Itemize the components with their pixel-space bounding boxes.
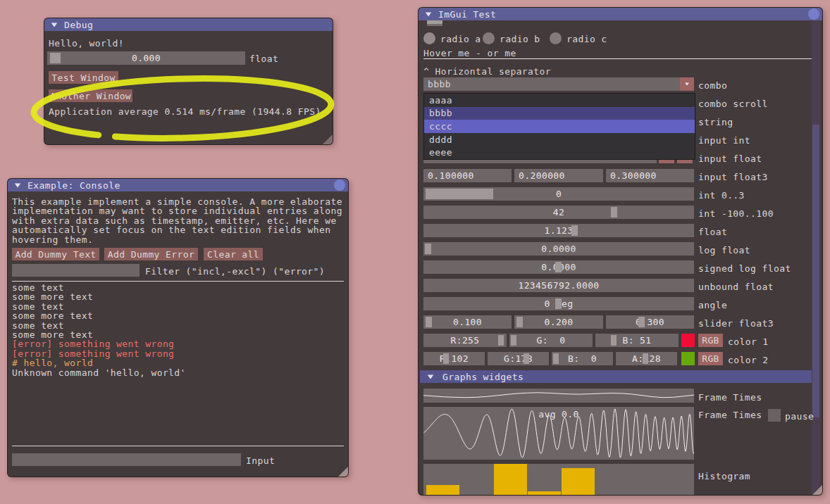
combo-item-bbbb[interactable]: bbbb — [424, 107, 695, 120]
slider-grab[interactable] — [553, 353, 559, 364]
debug-titlebar[interactable]: Debug — [44, 18, 333, 31]
resize-grip[interactable] — [323, 134, 333, 144]
console-titlebar[interactable]: Example: Console — [8, 179, 348, 191]
add-dummy-text-button[interactable]: Add Dummy Text — [12, 248, 99, 260]
combo-item-aaaa[interactable]: aaaa — [424, 94, 695, 107]
histogram-plot[interactable] — [423, 464, 694, 495]
slider-angle[interactable]: 0 deg — [423, 297, 694, 310]
slider-int-100[interactable]: 42 — [423, 206, 694, 219]
separator — [12, 446, 344, 446]
slider-grab[interactable] — [555, 298, 562, 309]
add-dummy-error-button[interactable]: Add Dummy Error — [104, 248, 198, 260]
log-line: some text — [12, 321, 186, 330]
scrollbar-thumb[interactable] — [812, 125, 819, 417]
color1-g-slider[interactable]: G: 0 — [509, 334, 593, 347]
slider-float[interactable]: 1.123 — [423, 224, 694, 237]
combo-item-cccc[interactable]: cccc — [424, 120, 695, 133]
color2-swatch[interactable] — [681, 352, 695, 365]
slider-float3-z[interactable]: 0.300 — [606, 315, 694, 329]
slider-grab[interactable] — [643, 353, 648, 364]
log-line: some more text — [12, 311, 186, 320]
slider-grab[interactable] — [426, 317, 432, 327]
slider-log-float[interactable]: 0.0000 — [423, 242, 694, 256]
pause-checkbox[interactable] — [768, 409, 781, 422]
console-window[interactable]: Example: Console This example implement … — [7, 178, 349, 477]
command-input[interactable] — [12, 453, 241, 466]
separator — [423, 58, 812, 59]
collapse-arrow-icon[interactable] — [426, 12, 432, 16]
log-line-error: [error] something went wrong — [12, 339, 186, 348]
slider-float3-y[interactable]: 0.200 — [514, 315, 603, 329]
plot1-label: Frame Times — [698, 392, 762, 403]
color2-rgb-button[interactable]: RGB — [698, 352, 723, 365]
radio-b-button[interactable] — [483, 32, 495, 44]
frame-times-plot-small[interactable] — [423, 389, 694, 403]
color1-rgb-button[interactable]: RGB — [698, 334, 723, 347]
slider-signed-log-float[interactable]: 0.0000 — [423, 260, 694, 274]
hover-me-text[interactable]: Hover me - or me — [423, 48, 516, 58]
input-float3-y[interactable]: 0.200000 — [514, 169, 603, 182]
radio-a-button[interactable] — [423, 32, 435, 44]
row-label-combo: combo — [698, 80, 727, 91]
resize-grip[interactable] — [338, 467, 348, 477]
color2-r-slider[interactable]: R:102 — [423, 352, 485, 365]
color1-swatch[interactable] — [681, 334, 695, 347]
close-icon[interactable] — [334, 179, 345, 191]
color1-r-slider[interactable]: R:255 — [423, 334, 507, 347]
color1-b-slider[interactable]: B: 51 — [595, 334, 679, 347]
combo-arrow-button[interactable] — [680, 77, 694, 91]
hello-world-text: Hello, world! — [49, 38, 124, 49]
slider-float3-x[interactable]: 0.100 — [423, 315, 512, 329]
another-window-button[interactable]: Another Window — [49, 89, 132, 102]
combo-item-eeee[interactable]: eeee — [424, 146, 695, 159]
slider-int-0-3[interactable]: 0 — [423, 187, 694, 201]
desktop: { "debug_window": { "title": "Debug", "h… — [0, 0, 830, 504]
slider-grab[interactable] — [443, 353, 449, 364]
slider-grab[interactable] — [555, 262, 562, 272]
row-label-slider-float3: slider float3 — [698, 318, 774, 329]
slider-grab[interactable] — [426, 189, 493, 199]
imgui-test-window[interactable]: ImGui Test radio a radio b radio c Hover… — [418, 7, 823, 496]
graphs-widgets-header[interactable]: Graphs widgets — [420, 370, 812, 383]
slider-grab[interactable] — [516, 317, 523, 327]
color2-g-slider[interactable]: G:178 — [488, 352, 549, 365]
radio-c-button[interactable] — [550, 32, 562, 44]
clipped-widget — [427, 24, 442, 26]
drag-unbound-float[interactable]: 123456792.0000 — [423, 279, 694, 292]
close-icon[interactable] — [808, 8, 819, 20]
test-titlebar[interactable]: ImGui Test — [419, 8, 822, 20]
console-log[interactable]: some text some more text some text some … — [12, 283, 186, 377]
separator — [12, 281, 344, 282]
slider-grab[interactable] — [524, 353, 529, 364]
histogram-bar — [528, 491, 561, 495]
slider-grab[interactable] — [498, 335, 504, 346]
pause-label: pause — [785, 411, 814, 422]
row-label-input-float3: input float3 — [698, 172, 768, 182]
collapse-arrow-icon[interactable] — [15, 183, 21, 187]
combo-box[interactable]: bbbb — [423, 77, 694, 91]
input-float3-z[interactable]: 0.300000 — [606, 169, 694, 182]
slider-grab[interactable] — [638, 317, 645, 327]
float-slider[interactable]: 0.000 — [47, 51, 245, 65]
slider-grab[interactable] — [511, 335, 516, 346]
test-window-button[interactable]: Test Window — [49, 71, 118, 84]
collapse-arrow-icon[interactable] — [51, 23, 58, 27]
filter-input[interactable] — [12, 264, 140, 277]
color2-a-slider[interactable]: A:128 — [616, 352, 677, 365]
input-float3-x[interactable]: 0.100000 — [423, 169, 512, 182]
radio-c-label: radio c — [566, 34, 607, 44]
debug-window[interactable]: Debug Hello, world! 0.000 float Test Win… — [44, 18, 333, 145]
combo-popup[interactable]: aaaa bbbb cccc dddd eeee — [423, 93, 695, 160]
row-label-combo-scroll: combo scroll — [698, 99, 768, 109]
frame-times-plot-large[interactable]: avg 0.0 — [423, 407, 694, 460]
slider-grab[interactable] — [611, 207, 617, 218]
resize-grip[interactable] — [812, 485, 822, 495]
slider-grab[interactable] — [425, 244, 431, 254]
color2-b-slider[interactable]: B: 0 — [552, 352, 613, 365]
slider-grab[interactable] — [50, 53, 61, 63]
slider-grab[interactable] — [571, 225, 578, 236]
combo-item-dddd[interactable]: dddd — [424, 133, 695, 146]
description-line: This example implement a simple console.… — [12, 197, 342, 206]
slider-grab[interactable] — [611, 335, 617, 346]
clear-all-button[interactable]: Clear all — [204, 248, 263, 260]
